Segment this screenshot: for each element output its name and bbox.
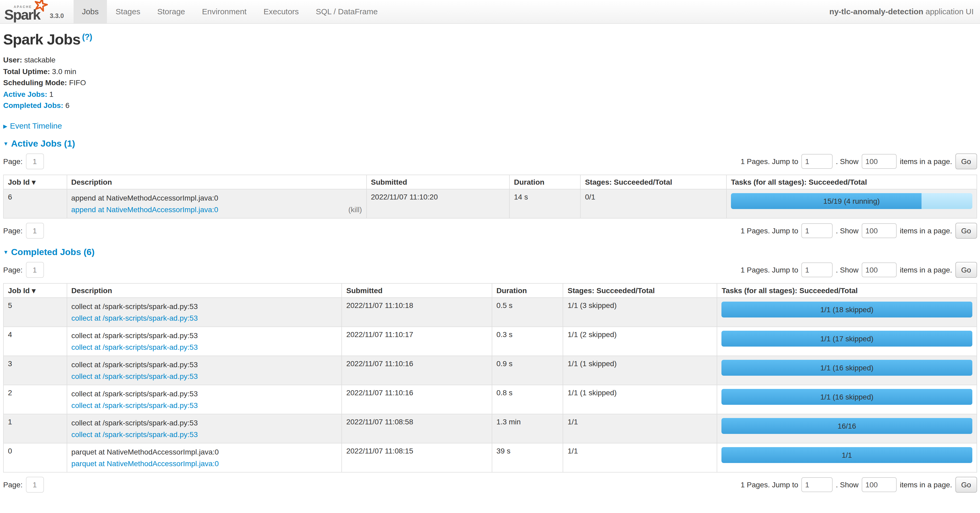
description-cell: append at NativeMethodAccessorImpl.java:… (67, 189, 366, 218)
col-stages[interactable]: Stages: Succeeded/Total (581, 175, 727, 189)
tab-sql-dataframe[interactable]: SQL / DataFrame (307, 0, 386, 23)
completed-jobs-section-header[interactable]: ▼Completed Jobs (6) (3, 247, 977, 257)
stages-cell: 1/1 (1 skipped) (563, 385, 717, 414)
table-row: 5 collect at /spark-scripts/spark-ad.py:… (3, 297, 977, 327)
job-detail-link[interactable]: collect at /spark-scripts/spark-ad.py:53 (71, 341, 198, 352)
show-text: . Show (836, 480, 859, 489)
duration-cell: 1.3 min (492, 414, 563, 443)
stages-cell: 1/1 (563, 443, 717, 472)
stages-cell: 0/1 (581, 189, 727, 218)
job-detail-link[interactable]: collect at /spark-scripts/spark-ad.py:53 (71, 313, 198, 323)
description-cell: collect at /spark-scripts/spark-ad.py:53… (67, 297, 342, 327)
col-description[interactable]: Description (67, 283, 342, 297)
col-duration[interactable]: Duration (509, 175, 581, 189)
job-detail-link[interactable]: append at NativeMethodAccessorImpl.java:… (71, 204, 218, 214)
col-submitted[interactable]: Submitted (366, 175, 510, 189)
tab-jobs[interactable]: Jobs (73, 0, 107, 23)
job-id-cell: 2 (3, 385, 67, 414)
completed-jobs-link[interactable]: Completed Jobs: (3, 101, 63, 110)
help-link[interactable]: (?) (82, 32, 92, 41)
col-duration[interactable]: Duration (492, 283, 563, 297)
items-per-page-input[interactable] (862, 262, 897, 277)
description-cell: collect at /spark-scripts/spark-ad.py:53… (67, 356, 342, 385)
tasks-cell: 1/1 (16 skipped) (717, 356, 977, 385)
job-detail-link[interactable]: collect at /spark-scripts/spark-ad.py:53 (71, 371, 198, 381)
kill-job-link[interactable]: (kill) (348, 204, 362, 214)
submitted-cell: 2022/11/07 11:10:20 (366, 189, 510, 218)
duration-cell: 39 s (492, 443, 563, 472)
jump-to-page-input[interactable] (801, 262, 833, 277)
submitted-cell: 2022/11/07 11:10:17 (342, 327, 492, 356)
page-number-button[interactable]: 1 (25, 222, 44, 238)
duration-cell: 14 s (509, 189, 581, 218)
page-title: Spark Jobs(?) (3, 31, 977, 48)
tab-environment[interactable]: Environment (194, 0, 255, 23)
col-stages[interactable]: Stages: Succeeded/Total (563, 283, 717, 297)
page-number-button[interactable]: 1 (25, 153, 44, 169)
job-detail-link[interactable]: parquet at NativeMethodAccessorImpl.java… (71, 458, 219, 469)
go-button[interactable]: Go (955, 262, 977, 278)
duration-cell: 0.3 s (492, 327, 563, 356)
page-number-button[interactable]: 1 (25, 262, 44, 278)
active-pagination-top: Page: 1 1 Pages. Jump to . Show items in… (3, 153, 977, 169)
items-per-page-input[interactable] (862, 223, 897, 238)
submitted-cell: 2022/11/07 11:08:58 (342, 414, 492, 443)
submitted-cell: 2022/11/07 11:08:15 (342, 443, 492, 472)
items-per-page-input[interactable] (862, 477, 897, 492)
col-job-id[interactable]: Job Id ▾ (3, 283, 67, 297)
summary-scheduling-mode: Scheduling Mode: FIFO (3, 77, 977, 89)
pages-jump-text: 1 Pages. Jump to (740, 226, 798, 235)
table-row: 3 collect at /spark-scripts/spark-ad.py:… (3, 356, 977, 385)
tab-executors[interactable]: Executors (255, 0, 307, 23)
stages-cell: 1/1 (2 skipped) (563, 327, 717, 356)
col-tasks[interactable]: Tasks (for all stages): Succeeded/Total (727, 175, 977, 189)
job-summary-list: User: stackable Total Uptime: 3.0 min Sc… (3, 54, 977, 111)
event-timeline-toggle[interactable]: ▶Event Timeline (3, 121, 977, 130)
tasks-cell: 1/1 (16 skipped) (717, 385, 977, 414)
show-text: . Show (836, 226, 859, 235)
job-id-cell: 6 (3, 189, 67, 218)
active-jobs-link[interactable]: Active Jobs: (3, 90, 48, 98)
active-pagination-bottom: Page: 1 1 Pages. Jump to . Show items in… (3, 222, 977, 238)
job-id-cell: 0 (3, 443, 67, 472)
jump-to-page-input[interactable] (801, 154, 833, 168)
jump-to-page-input[interactable] (801, 477, 833, 492)
table-header-row: Job Id ▾ Description Submitted Duration … (3, 283, 977, 297)
col-job-id[interactable]: Job Id ▾ (3, 175, 67, 189)
active-jobs-section-header[interactable]: ▼Active Jobs (1) (3, 138, 977, 149)
nav-tabs: Jobs Stages Storage Environment Executor… (73, 0, 386, 23)
tasks-progress-bar: 1/1 (18 skipped) (722, 301, 972, 317)
spark-wordmark: APACHE Spark (4, 2, 46, 21)
spark-logo: APACHE Spark 3.3.0 (0, 0, 66, 23)
col-description[interactable]: Description (67, 175, 366, 189)
table-row: 2 collect at /spark-scripts/spark-ad.py:… (3, 385, 977, 414)
tab-storage[interactable]: Storage (149, 0, 194, 23)
collapse-right-arrow-icon: ▶ (3, 123, 7, 129)
active-jobs-table: Job Id ▾ Description Submitted Duration … (3, 174, 977, 218)
tasks-cell: 16/16 (717, 414, 977, 443)
go-button[interactable]: Go (955, 476, 977, 492)
jump-to-page-input[interactable] (801, 223, 833, 238)
go-button[interactable]: Go (955, 153, 977, 169)
tasks-progress-bar: 1/1 (722, 447, 972, 463)
description-cell: collect at /spark-scripts/spark-ad.py:53… (67, 385, 342, 414)
tab-stages[interactable]: Stages (107, 0, 149, 23)
go-button[interactable]: Go (955, 222, 977, 238)
table-row: 0 parquet at NativeMethodAccessorImpl.ja… (3, 443, 977, 472)
description-cell: collect at /spark-scripts/spark-ad.py:53… (67, 414, 342, 443)
col-submitted[interactable]: Submitted (342, 283, 492, 297)
completed-jobs-table: Job Id ▾ Description Submitted Duration … (3, 283, 977, 472)
summary-uptime: Total Uptime: 3.0 min (3, 66, 977, 77)
job-id-cell: 3 (3, 356, 67, 385)
duration-cell: 0.8 s (492, 385, 563, 414)
tasks-cell: 1/1 (717, 443, 977, 472)
pages-jump-text: 1 Pages. Jump to (740, 157, 798, 165)
tasks-cell: 1/1 (18 skipped) (717, 297, 977, 327)
page-number-button[interactable]: 1 (25, 476, 44, 492)
job-detail-link[interactable]: collect at /spark-scripts/spark-ad.py:53 (71, 400, 198, 410)
items-per-page-input[interactable] (862, 154, 897, 168)
submitted-cell: 2022/11/07 11:10:16 (342, 385, 492, 414)
col-tasks[interactable]: Tasks (for all stages): Succeeded/Total (717, 283, 977, 297)
job-id-cell: 4 (3, 327, 67, 356)
job-detail-link[interactable]: collect at /spark-scripts/spark-ad.py:53 (71, 429, 198, 440)
